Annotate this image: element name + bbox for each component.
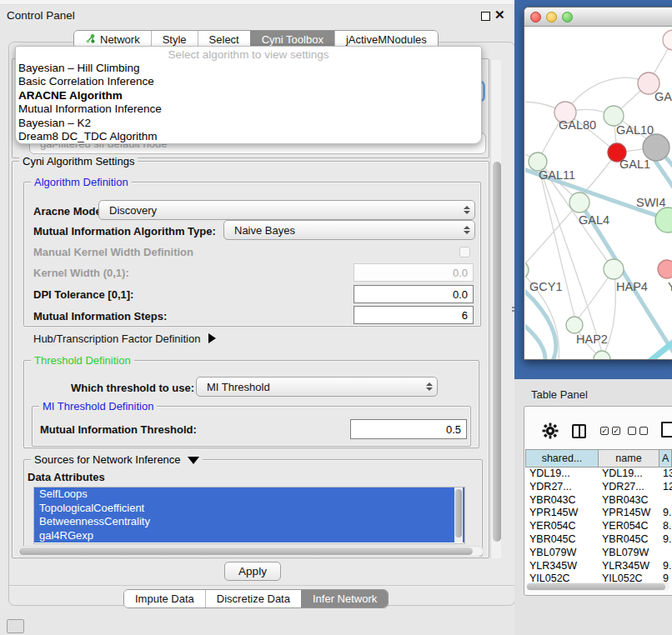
table-cell: 12 (659, 481, 672, 494)
node-label-gal1: GAL1 (619, 158, 650, 171)
table-row[interactable]: YDR27...YDR27...12 (525, 481, 672, 494)
sources-group-toggle[interactable]: Sources for Network Inference (31, 453, 203, 466)
scrollbar-thumb[interactable] (19, 548, 473, 555)
table-row[interactable]: YER054CYER054C8. (525, 520, 672, 533)
attribute-item-selfloops[interactable]: SelfLoops (34, 488, 464, 502)
network-window-titlebar[interactable] (524, 8, 672, 27)
table-row[interactable]: YBR045CYBR045C9. (525, 533, 672, 547)
apply-button[interactable]: Apply (224, 562, 281, 581)
manual-kernel-checkbox[interactable] (459, 247, 470, 258)
unchecked-box-icon (628, 427, 636, 435)
algorithm-dropdown: Select algorithm to view settings Bayesi… (15, 46, 482, 144)
mi-type-combo[interactable]: Naive Bayes (223, 220, 475, 240)
which-threshold-value: MI Threshold (197, 381, 422, 393)
table-cell: 9. (659, 560, 672, 573)
table-cell: 9. (659, 507, 672, 520)
table-cell: YDR27... (599, 481, 659, 494)
table-cell: YDL19... (525, 468, 599, 481)
dropdown-item-basic-correlation-inference[interactable]: Basic Correlation Inference (16, 75, 481, 88)
tab-impute-data[interactable]: Impute Data (124, 590, 205, 608)
column-header-name[interactable]: name (599, 449, 659, 468)
which-threshold-combo[interactable]: MI Threshold (196, 377, 438, 397)
table-cell: YBR043C (525, 494, 599, 508)
table-cell: YBL079W (525, 547, 599, 560)
export-table-icon[interactable] (661, 422, 672, 438)
node-label-gal10: GAL10 (616, 123, 654, 137)
dropdown-item-mutual-information-inference[interactable]: Mutual Information Inference (16, 102, 481, 116)
network-node[interactable] (594, 351, 610, 360)
window-top-strip (0, 0, 517, 5)
close-window-icon[interactable] (530, 12, 541, 22)
network-node-hap2[interactable] (566, 317, 583, 333)
network-node-gcy1[interactable] (525, 261, 529, 279)
select-all-columns-icon[interactable]: ✓ ✓ (600, 427, 620, 435)
control-panel-title: Control Panel (7, 9, 75, 22)
hub-definition-toggle[interactable]: Hub/Transcription Factor Definition (33, 332, 216, 345)
kernel-width-field[interactable]: 0.0 (354, 263, 474, 282)
table-row[interactable]: YBL079WYBL079W (525, 547, 672, 560)
table-row[interactable]: YBR043CYBR043C (525, 494, 672, 508)
table-settings-gear-icon[interactable] (542, 422, 559, 442)
minimize-window-icon[interactable] (546, 12, 557, 22)
table-cell: YIL052C (525, 572, 599, 582)
network-node-hap4[interactable] (604, 259, 624, 279)
table-row[interactable]: YIL052CYIL052C9 (525, 572, 672, 582)
network-node[interactable] (643, 134, 669, 161)
zoom-window-icon[interactable] (562, 12, 573, 22)
settings-horizontal-scrollbar[interactable] (17, 546, 484, 557)
dropdown-item-dream8-dc-tdc-algorithm[interactable]: Dream8 DC_TDC Algorithm (16, 130, 481, 143)
table-panel-title: Table Panel (531, 388, 588, 401)
table-row[interactable]: YPR145WYPR145W9. (525, 507, 672, 520)
scrollbar-thumb[interactable] (527, 583, 665, 590)
network-view-window[interactable]: GALGAL80GAL10GAL1GAL11SWI4GAL4GCY1HAP4YH… (524, 7, 672, 360)
dropdown-item-aracne-algorithm[interactable]: ARACNE Algorithm (16, 89, 481, 102)
column-header-shared[interactable]: shared... (525, 449, 599, 468)
attribute-item-betweennesscentrality[interactable]: BetweennessCentrality (34, 515, 464, 529)
table-cell: YIL052C (599, 572, 659, 582)
network-canvas[interactable]: GALGAL80GAL10GAL1GAL11SWI4GAL4GCY1HAP4YH… (525, 28, 672, 360)
mi-threshold-field[interactable]: 0.5 (350, 419, 467, 439)
network-node-y[interactable] (658, 260, 672, 278)
unselect-all-columns-icon[interactable] (628, 427, 648, 435)
attributes-scrollbar[interactable] (454, 488, 463, 542)
table-header: shared...nameA (525, 449, 672, 468)
table-horizontal-scrollbar[interactable] (526, 582, 669, 591)
checked-box-icon: ✓ (612, 427, 620, 435)
dpi-tolerance-field[interactable]: 0.0 (354, 285, 474, 303)
aracne-mode-combo[interactable]: Discovery (98, 200, 475, 220)
close-panel-icon[interactable]: ✕ (494, 8, 505, 22)
network-node-gal4[interactable] (569, 192, 589, 212)
network-node[interactable] (663, 30, 672, 50)
hub-definition-label: Hub/Transcription Factor Definition (33, 332, 200, 345)
mi-type-label: Mutual Information Algorithm Type: (33, 225, 216, 238)
aracne-mode-value: Discovery (99, 204, 459, 217)
table-row[interactable]: YLR345WYLR345W9. (525, 560, 672, 573)
divider (9, 585, 514, 586)
tab-label: Style (163, 33, 187, 46)
settings-vertical-scrollbar[interactable] (490, 60, 501, 558)
minimized-panel-icon[interactable] (7, 619, 24, 633)
table-cell: YER054C (525, 520, 599, 533)
show-columns-icon[interactable] (572, 424, 586, 438)
scrollbar-thumb[interactable] (493, 162, 501, 542)
attribute-item-topologicalcoefficient[interactable]: TopologicalCoefficient (34, 502, 464, 516)
mi-steps-field[interactable]: 6 (354, 306, 474, 324)
cyni-mode-tabs: Impute DataDiscretize DataInfer Network (123, 589, 389, 608)
scrollbar-thumb[interactable] (455, 489, 462, 538)
float-window-icon[interactable] (481, 12, 490, 21)
network-icon (85, 33, 96, 47)
node-label-gal80: GAL80 (559, 118, 596, 132)
mi-threshold-label: Mutual Information Threshold: (40, 423, 197, 436)
column-header-a[interactable]: A (659, 449, 672, 468)
attribute-item-gal4rgexp[interactable]: gal4RGexp (34, 529, 464, 543)
table-cell: YER054C (599, 520, 659, 533)
tab-infer-network[interactable]: Infer Network (301, 590, 388, 608)
tab-discretize-data[interactable]: Discretize Data (205, 590, 301, 608)
network-node-swi4[interactable] (655, 208, 672, 232)
dropdown-item-bayesian-k2[interactable]: Bayesian – K2 (16, 117, 481, 130)
table-cell: YDR27... (525, 481, 599, 494)
combo-arrows-icon (459, 206, 474, 214)
table-row[interactable]: YDL19...YDL19...13 (525, 468, 672, 481)
data-attributes-list[interactable]: SelfLoopsTopologicalCoefficientBetweenne… (33, 487, 465, 544)
dropdown-item-bayesian-hill-climbing[interactable]: Bayesian – Hill Climbing (16, 62, 481, 75)
